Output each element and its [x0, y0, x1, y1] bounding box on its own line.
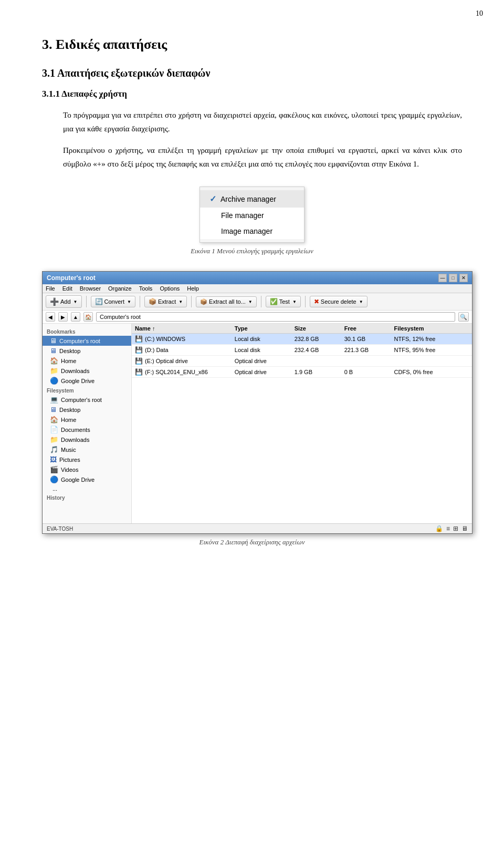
sidebar-fs-7[interactable]: 🎬Videos	[43, 464, 131, 474]
toolbar-btn-label: Extract	[158, 298, 176, 305]
toolbar: ➕Add▼🔄Convert▼📦Extract▼📦Extract all to..…	[43, 293, 472, 311]
table-header-3[interactable]: Free	[344, 325, 394, 332]
extract-all-icon: 📦	[200, 298, 207, 305]
window-menubar: FileEditBrowserOrganizeToolsOptionsHelp	[43, 284, 472, 293]
menu-item-2[interactable]: Image manager	[200, 223, 304, 239]
toolbar-btn-label: Secure delete	[321, 298, 356, 305]
menu-item-0[interactable]: ✓Archive manager	[200, 190, 304, 208]
maximize-button[interactable]: □	[449, 274, 457, 282]
row-type-3: Optical drive	[235, 369, 295, 375]
sidebar-item-label: Music	[61, 447, 76, 453]
section-3-title: 3. Ειδικές απαιτήσεις	[42, 37, 462, 53]
toolbar-btn-extract-all-to...[interactable]: 📦Extract all to...▼	[196, 296, 257, 307]
sidebar-fs-5[interactable]: 🎵Music	[43, 445, 131, 455]
table-row[interactable]: 💾(F:) SQL2014_ENU_x86 Optical drive 1.9 …	[132, 367, 472, 378]
menubar-item-tools[interactable]: Tools	[139, 285, 153, 292]
sidebar-icon: 🔵	[50, 476, 58, 483]
sidebar-icon: 🏠	[50, 416, 58, 424]
toolbar-btn-label: Convert	[104, 298, 125, 305]
up-button[interactable]: ▲	[71, 312, 80, 322]
sidebar-item-label: Downloads	[61, 437, 89, 443]
test-icon: ✅	[270, 298, 278, 305]
menubar-item-browser[interactable]: Browser	[80, 285, 101, 292]
table-row[interactable]: 💾(E:) Optical drive Optical drive	[132, 356, 472, 367]
menu-item-1[interactable]: File manager	[200, 208, 304, 223]
menubar-item-edit[interactable]: Edit	[62, 285, 72, 292]
add-icon: ➕	[50, 297, 59, 306]
sidebar-fs-8[interactable]: 🔵Google Drive	[43, 474, 131, 484]
table-row[interactable]: 💾(C:) WINDOWS Local disk 232.8 GB 30.1 G…	[132, 334, 472, 345]
drive-icon: 💾	[135, 357, 143, 365]
delete-icon: ✖	[314, 298, 319, 305]
toolbar-btn-convert[interactable]: 🔄Convert▼	[91, 296, 135, 307]
lock-icon: 🔒	[435, 525, 443, 532]
address-path[interactable]: Computer's root	[96, 312, 455, 322]
forward-button[interactable]: ▶	[58, 312, 68, 322]
table-row[interactable]: 💾(D:) Data Local disk 232.4 GB 221.3 GB …	[132, 345, 472, 356]
toolbar-separator	[305, 296, 306, 307]
sidebar-item-label: ...	[52, 486, 57, 492]
menubar-item-options[interactable]: Options	[160, 285, 180, 292]
search-icon[interactable]: 🔍	[458, 312, 469, 322]
sidebar-icon: 📁	[50, 436, 58, 443]
section-31-title: 3.1 Απαιτήσεις εξωτερικών διεπαφών	[42, 67, 462, 79]
toolbar-btn-secure-delete[interactable]: ✖Secure delete▼	[310, 296, 368, 307]
menubar-item-help[interactable]: Help	[187, 285, 199, 292]
close-button[interactable]: ✕	[459, 274, 468, 282]
menu-item-label: Archive manager	[220, 195, 276, 203]
minimize-button[interactable]: —	[438, 274, 447, 282]
sidebar-fs-4[interactable]: 📁Downloads	[43, 435, 131, 445]
row-free-0: 30.1 GB	[344, 336, 394, 342]
table-header-1[interactable]: Type	[235, 325, 295, 332]
menubar-item-organize[interactable]: Organize	[108, 285, 132, 292]
toolbar-btn-label: Add	[60, 298, 71, 305]
sidebar-bookmark-2[interactable]: 🏠Home	[43, 356, 131, 366]
row-type-1: Local disk	[235, 347, 295, 353]
row-name-0: 💾(C:) WINDOWS	[135, 335, 235, 343]
sidebar-item-label: Computer's root	[61, 397, 102, 403]
table-body: 💾(C:) WINDOWS Local disk 232.8 GB 30.1 G…	[132, 334, 472, 378]
sidebar-fs-1[interactable]: 🖥Desktop	[43, 405, 131, 415]
sidebar-bookmark-1[interactable]: 🖥Desktop	[43, 346, 131, 356]
figure-2-caption: Εικόνα 2 Διεπαφή διαχείρισης αρχείων	[42, 538, 462, 546]
sidebar-icon: 🎬	[50, 466, 58, 473]
toolbar-btn-add[interactable]: ➕Add▼	[46, 295, 82, 308]
home-button[interactable]: 🏠	[83, 312, 93, 322]
table-header-4[interactable]: Filesystem	[394, 325, 469, 332]
sidebar-fs-3[interactable]: 📄Documents	[43, 425, 131, 435]
sidebar-fs-6[interactable]: 🖼Pictures	[43, 455, 131, 464]
extract-icon: 📦	[149, 298, 156, 305]
figure-1-caption: Εικόνα 1 Μενού επιλογής γραμμής εργαλείω…	[42, 247, 462, 255]
address-bar: ◀ ▶ ▲ 🏠 Computer's root 🔍	[43, 311, 472, 324]
table-header-0[interactable]: Name ↑	[135, 325, 235, 332]
menubar-item-file[interactable]: File	[46, 285, 55, 292]
row-size-3: 1.9 GB	[295, 369, 344, 375]
section-311-title: 3.1.1 Διεπαφές χρήστη	[42, 89, 462, 99]
sidebar-bookmark-3[interactable]: 📁Downloads	[43, 366, 131, 376]
row-name-2: 💾(E:) Optical drive	[135, 357, 235, 365]
menu-mockup: ✓Archive managerFile managerImage manage…	[200, 187, 304, 243]
sidebar-icon: 📄	[50, 426, 58, 433]
grid-icon: ⊞	[453, 525, 458, 532]
menu-item-label: File manager	[221, 211, 264, 220]
sidebar-item-label: Desktop	[59, 407, 80, 413]
back-button[interactable]: ◀	[46, 312, 55, 322]
sidebar-icon: 📁	[50, 367, 58, 375]
sidebar-item-label: Google Drive	[61, 477, 94, 483]
sidebar-fs-9[interactable]: ...	[43, 484, 131, 493]
table-header-2[interactable]: Size	[295, 325, 344, 332]
history-section-label: History	[43, 493, 131, 502]
row-fs-3: CDFS, 0% free	[394, 369, 469, 375]
sidebar-icon: 🖥	[50, 347, 57, 355]
sidebar-fs-2[interactable]: 🏠Home	[43, 415, 131, 425]
toolbar-btn-test[interactable]: ✅Test▼	[266, 296, 301, 307]
figure-2-container: Computer's root — □ ✕ FileEditBrowserOrg…	[42, 271, 462, 546]
sidebar-bookmark-0[interactable]: 🖥Computer's root	[43, 336, 131, 346]
toolbar-separator	[261, 296, 261, 307]
status-icons: 🔒 ≡ ⊞ 🖥	[435, 525, 468, 532]
row-fs-0: NTFS, 12% free	[394, 336, 469, 342]
sidebar-bookmark-4[interactable]: 🔵Google Drive	[43, 376, 131, 386]
window-controls[interactable]: — □ ✕	[438, 274, 468, 282]
toolbar-btn-extract[interactable]: 📦Extract▼	[144, 296, 187, 307]
sidebar-fs-0[interactable]: 💻Computer's root	[43, 395, 131, 405]
